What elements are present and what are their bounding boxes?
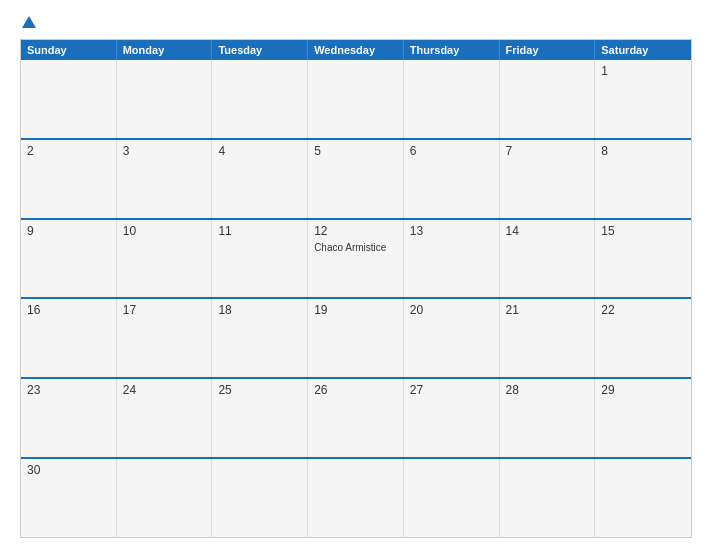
day-number: 5	[314, 144, 397, 158]
calendar-cell: 16	[21, 299, 117, 377]
day-number: 14	[506, 224, 589, 238]
day-number: 26	[314, 383, 397, 397]
day-number: 21	[506, 303, 589, 317]
calendar-cell: 26	[308, 379, 404, 457]
day-number: 17	[123, 303, 206, 317]
calendar-cell	[212, 60, 308, 138]
day-number: 20	[410, 303, 493, 317]
day-number: 7	[506, 144, 589, 158]
calendar-week-6: 30	[21, 457, 691, 537]
day-number: 22	[601, 303, 685, 317]
calendar-cell: 5	[308, 140, 404, 218]
calendar-week-3: 9101112Chaco Armistice131415	[21, 218, 691, 298]
calendar-cell	[117, 459, 213, 537]
calendar-cell	[308, 60, 404, 138]
calendar-week-1: 1	[21, 60, 691, 138]
calendar-header-wednesday: Wednesday	[308, 40, 404, 60]
logo-general-line	[20, 16, 36, 29]
calendar-cell: 7	[500, 140, 596, 218]
calendar-cell: 25	[212, 379, 308, 457]
day-number: 16	[27, 303, 110, 317]
calendar-week-5: 23242526272829	[21, 377, 691, 457]
calendar-cell: 21	[500, 299, 596, 377]
calendar-cell: 3	[117, 140, 213, 218]
calendar-cell: 28	[500, 379, 596, 457]
calendar-cell: 13	[404, 220, 500, 298]
calendar-cell: 4	[212, 140, 308, 218]
calendar-cell	[500, 459, 596, 537]
day-number: 11	[218, 224, 301, 238]
calendar: SundayMondayTuesdayWednesdayThursdayFrid…	[20, 39, 692, 538]
calendar-cell	[404, 60, 500, 138]
calendar-cell: 1	[595, 60, 691, 138]
calendar-cell	[404, 459, 500, 537]
calendar-header-thursday: Thursday	[404, 40, 500, 60]
day-number: 25	[218, 383, 301, 397]
calendar-body: 123456789101112Chaco Armistice1314151617…	[21, 60, 691, 537]
calendar-cell: 20	[404, 299, 500, 377]
calendar-header-sunday: Sunday	[21, 40, 117, 60]
calendar-week-2: 2345678	[21, 138, 691, 218]
day-number: 1	[601, 64, 685, 78]
calendar-cell: 22	[595, 299, 691, 377]
day-event: Chaco Armistice	[314, 242, 397, 253]
day-number: 19	[314, 303, 397, 317]
calendar-cell	[212, 459, 308, 537]
calendar-cell: 6	[404, 140, 500, 218]
calendar-cell	[21, 60, 117, 138]
day-number: 2	[27, 144, 110, 158]
calendar-header-saturday: Saturday	[595, 40, 691, 60]
calendar-cell: 29	[595, 379, 691, 457]
day-number: 27	[410, 383, 493, 397]
calendar-cell	[117, 60, 213, 138]
day-number: 3	[123, 144, 206, 158]
calendar-cell: 14	[500, 220, 596, 298]
calendar-cell: 27	[404, 379, 500, 457]
day-number: 13	[410, 224, 493, 238]
day-number: 30	[27, 463, 110, 477]
calendar-header-monday: Monday	[117, 40, 213, 60]
day-number: 15	[601, 224, 685, 238]
calendar-cell: 24	[117, 379, 213, 457]
day-number: 8	[601, 144, 685, 158]
calendar-week-4: 16171819202122	[21, 297, 691, 377]
calendar-cell: 17	[117, 299, 213, 377]
calendar-cell: 23	[21, 379, 117, 457]
calendar-cell: 12Chaco Armistice	[308, 220, 404, 298]
day-number: 29	[601, 383, 685, 397]
logo-triangle-icon	[22, 16, 36, 28]
header	[20, 16, 692, 29]
page: SundayMondayTuesdayWednesdayThursdayFrid…	[0, 0, 712, 550]
logo	[20, 16, 36, 29]
calendar-cell: 15	[595, 220, 691, 298]
calendar-cell: 2	[21, 140, 117, 218]
day-number: 23	[27, 383, 110, 397]
day-number: 28	[506, 383, 589, 397]
calendar-cell: 18	[212, 299, 308, 377]
calendar-cell: 8	[595, 140, 691, 218]
calendar-cell: 9	[21, 220, 117, 298]
day-number: 12	[314, 224, 397, 238]
calendar-header-friday: Friday	[500, 40, 596, 60]
calendar-cell: 10	[117, 220, 213, 298]
calendar-cell: 11	[212, 220, 308, 298]
calendar-cell: 30	[21, 459, 117, 537]
calendar-cell	[500, 60, 596, 138]
day-number: 10	[123, 224, 206, 238]
calendar-cell	[595, 459, 691, 537]
day-number: 9	[27, 224, 110, 238]
day-number: 6	[410, 144, 493, 158]
calendar-header-row: SundayMondayTuesdayWednesdayThursdayFrid…	[21, 40, 691, 60]
day-number: 4	[218, 144, 301, 158]
calendar-header-tuesday: Tuesday	[212, 40, 308, 60]
calendar-cell	[308, 459, 404, 537]
day-number: 18	[218, 303, 301, 317]
day-number: 24	[123, 383, 206, 397]
calendar-cell: 19	[308, 299, 404, 377]
